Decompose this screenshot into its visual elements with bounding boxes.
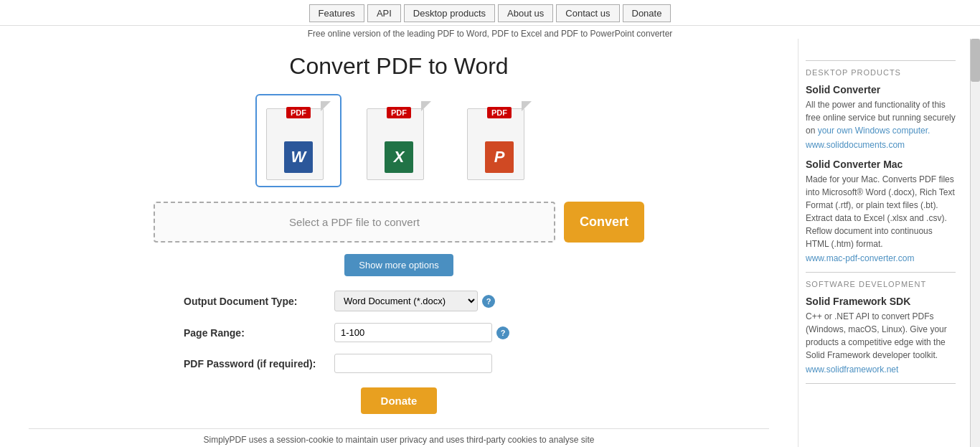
word-icon: W	[284, 141, 313, 173]
nav-subtitle: Free online version of the leading PDF t…	[0, 26, 980, 39]
page-range-help-icon[interactable]: ?	[496, 326, 509, 339]
options-form: Output Document Type: Word Document (*.d…	[184, 291, 614, 373]
solid-converter-mac-link[interactable]: www.mac-pdf-converter.com	[806, 253, 956, 263]
output-doc-type-select[interactable]: Word Document (*.docx) Rich Text Format …	[334, 291, 478, 311]
sidebar-divider-mid	[806, 272, 956, 273]
excel-icon: X	[385, 141, 413, 173]
pdf-password-wrap	[334, 354, 492, 373]
page-range-label: Page Range:	[184, 327, 327, 339]
sidebar-product-solid-converter-mac-title: Solid Converter Mac	[806, 159, 956, 170]
pdf-badge-excel: PDF	[387, 107, 411, 118]
show-options-row: Show more options	[29, 254, 769, 276]
conversion-types: PDF W PDF X PDF P	[29, 94, 769, 187]
top-nav: Features API Desktop products About us C…	[0, 0, 980, 39]
show-options-button[interactable]: Show more options	[344, 254, 453, 276]
pdf-badge-word: PDF	[286, 107, 311, 118]
footer-note: SimplyPDF uses a session-cookie to maint…	[29, 428, 769, 447]
file-corner-excel	[421, 101, 431, 111]
main-content: Convert PDF to Word PDF W PDF X	[0, 39, 798, 447]
sidebar-desktop-section-title: DESKTOP PRODUCTS	[806, 68, 956, 77]
conv-type-word[interactable]: PDF W	[255, 94, 341, 187]
conv-type-ppt[interactable]: PDF P	[456, 94, 542, 187]
sidebar-software-section-title: SOFTWARE DEVELOPMENT	[806, 280, 956, 288]
page-range-row: Page Range: ?	[184, 323, 614, 342]
output-doc-type-row: Output Document Type: Word Document (*.d…	[184, 291, 614, 311]
output-doc-type-wrap: Word Document (*.docx) Rich Text Format …	[334, 291, 495, 311]
pdf-password-input[interactable]	[334, 354, 492, 373]
solid-converter-link[interactable]: www.soliddocuments.com	[806, 140, 956, 150]
pdf-password-row: PDF Password (if required):	[184, 354, 614, 373]
pdf-badge-ppt: PDF	[487, 107, 512, 118]
nav-donate[interactable]: Donate	[623, 4, 672, 22]
conv-type-excel[interactable]: PDF X	[356, 94, 442, 187]
page-range-input[interactable]	[334, 323, 492, 342]
sidebar-product-solid-converter-desc: All the power and functionality of this …	[806, 98, 956, 137]
footer-text: SimplyPDF uses a session-cookie to maint…	[204, 435, 595, 445]
nav-about-us[interactable]: About us	[498, 4, 553, 22]
sidebar-product-solid-converter-title: Solid Converter	[806, 84, 956, 95]
file-drop-area[interactable]: Select a PDF file to convert	[154, 202, 555, 243]
file-corner-word	[321, 101, 331, 111]
scrollbar-thumb[interactable]	[971, 39, 980, 82]
sidebar-sdk-link[interactable]: www.solidframework.net	[806, 364, 956, 375]
sidebar: DESKTOP PRODUCTS Solid Converter All the…	[798, 39, 970, 447]
output-doc-type-label: Output Document Type:	[184, 296, 327, 307]
donate-button[interactable]: Donate	[361, 387, 438, 414]
nav-api[interactable]: API	[367, 4, 401, 22]
sidebar-sdk-desc: C++ or .NET API to convert PDFs (Windows…	[806, 310, 956, 362]
file-corner-ppt	[522, 101, 532, 111]
nav-desktop-products[interactable]: Desktop products	[404, 4, 495, 22]
nav-contact-us[interactable]: Contact us	[556, 4, 619, 22]
scrollbar-track[interactable]	[970, 39, 980, 447]
sidebar-product-solid-converter-mac-desc: Made for your Mac. Converts PDF files in…	[806, 173, 956, 250]
ppt-icon: P	[485, 141, 514, 173]
pdf-password-label: PDF Password (if required):	[184, 358, 327, 370]
nav-features[interactable]: Features	[309, 4, 364, 22]
sidebar-sdk-title: Solid Framework SDK	[806, 296, 956, 307]
sidebar-divider-top	[806, 60, 956, 61]
solid-converter-desc-link[interactable]: your own Windows computer.	[818, 126, 930, 136]
page-title: Convert PDF to Word	[29, 53, 769, 80]
sidebar-divider-bottom	[806, 383, 956, 384]
donate-row: Donate	[29, 387, 769, 414]
page-range-wrap: ?	[334, 323, 509, 342]
output-doc-type-help-icon[interactable]: ?	[482, 295, 495, 308]
convert-button[interactable]: Convert	[564, 202, 644, 243]
file-select-row: Select a PDF file to convert Convert	[29, 202, 769, 243]
